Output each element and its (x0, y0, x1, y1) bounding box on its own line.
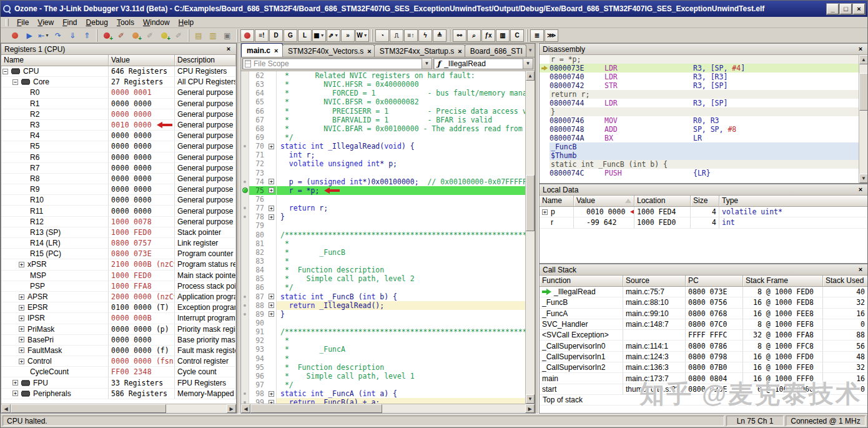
register-row[interactable]: MSP1000 FED0Main stack pointer (1, 271, 236, 281)
register-row[interactable]: +Control0000 0000 (fsn)Control register (1, 356, 236, 367)
register-row[interactable]: R00000 0001General purpose r (1, 87, 236, 98)
memory-window-button[interactable]: ▦▼ (312, 29, 326, 42)
code-line[interactable]: 76 (241, 195, 525, 204)
resume-button[interactable]: ▶ (22, 29, 36, 42)
code-line[interactable]: 72 volatile unsigned int* p; (241, 159, 525, 168)
code-area[interactable]: 62 * Related NVIC registers on hard faul… (241, 71, 525, 404)
disassembly-line[interactable]: 08000740LDRR3, [R3] (540, 72, 859, 81)
breakpoint-margin[interactable] (241, 274, 249, 283)
step-into-button[interactable]: ⇓ (66, 29, 79, 42)
breakpoint-margin[interactable] (241, 257, 249, 266)
code-line[interactable]: 64 * FORCED = 1 - bus fault/memory manag… (241, 89, 525, 97)
breakpoint-margin[interactable] (241, 301, 249, 310)
breakpoint-margin[interactable] (241, 89, 249, 97)
breakpoint-margin[interactable] (241, 124, 249, 133)
expand-icon[interactable]: + (19, 316, 24, 321)
breakpoint-margin[interactable] (241, 266, 249, 274)
call-stack-row[interactable]: <SVCall Exception>FFFF FFFC32 @ 1000 FFA… (540, 330, 867, 341)
column-header-size[interactable]: Size (691, 196, 719, 206)
local-data-window-button[interactable]: L (298, 29, 312, 42)
scroll-thumb[interactable] (11, 404, 166, 413)
disassembly-window-button[interactable]: D (269, 29, 283, 42)
expand-icon[interactable]: + (19, 294, 24, 300)
registers-panel-close-icon[interactable]: × (224, 45, 233, 54)
register-row[interactable]: CycleCountFF00 2348Cycle count (1, 367, 236, 377)
scroll-track[interactable] (11, 404, 227, 413)
tab-close-icon[interactable]: × (367, 47, 371, 55)
scroll-thumb[interactable] (859, 73, 867, 111)
chevron-down-icon[interactable]: ▼ (422, 59, 432, 69)
edit-project-button[interactable]: ▥ (206, 29, 220, 42)
breakpoint-margin[interactable] (241, 204, 249, 212)
register-row[interactable]: +FPU33 RegistersFPU Registers (1, 377, 236, 388)
disassembly-line[interactable]: 08000746MOVR0, R3 (540, 116, 859, 125)
timeline-window-button[interactable]: ◔ (375, 29, 389, 42)
register-row[interactable]: R60000 0000General purpose r (1, 152, 236, 163)
scroll-up-icon[interactable]: ▲ (526, 71, 535, 81)
breakpoint-margin[interactable] (241, 107, 249, 116)
scroll-track[interactable] (526, 81, 535, 394)
step-out-button[interactable]: ⇑ (80, 29, 94, 42)
local-data-panel-close-icon[interactable]: × (856, 186, 865, 194)
column-header-stack-used[interactable]: Stack Used (823, 276, 867, 286)
code-line[interactable]: 86 */ (241, 283, 525, 292)
registers-hscrollbar[interactable]: ◀ ▶ (1, 404, 236, 413)
code-line[interactable]: 88+ return _IllegalRead(); (241, 301, 525, 310)
register-row[interactable]: R30010 0000General purpose r (1, 120, 236, 131)
set-breakpoint-button[interactable] (100, 29, 114, 42)
tab-overflow-icon[interactable]: ▼ (526, 47, 535, 53)
scroll-up-icon[interactable]: ▲ (859, 55, 867, 64)
menu-item-view[interactable]: View (33, 17, 58, 27)
breakpoint-margin[interactable] (241, 283, 249, 292)
register-row[interactable]: +APSR2000 0000 (nzCvqApplication progra (1, 292, 236, 302)
code-line[interactable]: 84 * Function description (241, 266, 525, 274)
step-over-button[interactable]: ↷ (51, 29, 65, 42)
collapse-icon[interactable]: − (2, 69, 8, 74)
call-stack-row[interactable]: _CallSupervisorIn0main.c:114:10800 07868… (540, 341, 867, 351)
scroll-right-icon[interactable]: ▶ (227, 404, 236, 413)
expand-icon[interactable]: + (19, 359, 24, 364)
code-line[interactable]: 96 * Simple call path, level 1 (241, 372, 525, 381)
new-project-button[interactable]: ▤ (192, 29, 205, 42)
register-row[interactable]: R121000 0078General purpose r (1, 217, 236, 227)
tab-main-c[interactable]: main.c× (241, 43, 283, 57)
call-stack-row[interactable]: startthumb_crt0.s:??0800 023E0 @ 1001 00… (540, 384, 867, 395)
scroll-thumb[interactable] (526, 175, 535, 231)
register-row[interactable]: +Peripherals586 RegistersMemory-Mapped ( (1, 389, 236, 399)
register-row[interactable]: R50000 0000General purpose r (1, 141, 236, 152)
register-row[interactable]: +FaultMask0000 0000 (f)Fault mask regist… (1, 346, 236, 356)
find-symbol-button[interactable]: ⚯ (453, 29, 466, 42)
code-line[interactable]: 98+static int _FuncA (int a) { (241, 389, 525, 398)
code-line[interactable]: 91/*************************************… (241, 327, 525, 336)
scroll-right-icon[interactable]: ▶ (525, 404, 535, 413)
breakpoint-margin[interactable] (241, 389, 249, 398)
breakpoint-margin[interactable] (241, 372, 249, 381)
register-row[interactable]: R110000 0000General purpose r (1, 206, 236, 216)
variable-row[interactable]: r-99 6421000 FED04int (540, 217, 867, 228)
column-header-function[interactable]: Function (540, 276, 623, 286)
code-line[interactable]: 85 * Simple call path, level 2 (241, 274, 525, 283)
code-line[interactable]: 81 * (241, 239, 525, 248)
disassembly-line[interactable]: } (540, 107, 859, 116)
disassembly-line[interactable]: 08000748ADDSP, SP, #8 (540, 125, 859, 134)
register-row[interactable]: R40000 0000General purpose r (1, 131, 236, 141)
breakpoint-margin[interactable] (241, 327, 249, 336)
power-button[interactable] (8, 29, 22, 42)
register-row[interactable]: R15 (PC)0800 073EProgram counter (1, 249, 236, 259)
column-header-name[interactable]: Name (1, 55, 109, 66)
scroll-down-icon[interactable]: ▼ (526, 394, 535, 404)
find-button[interactable]: ⌕ (467, 29, 481, 42)
column-header-pc[interactable]: PC (686, 276, 743, 286)
code-line[interactable]: 92 * (241, 336, 525, 345)
code-line[interactable]: 95 * Function description (241, 363, 525, 372)
register-row[interactable]: R90000 0000General purpose r (1, 184, 236, 195)
save-button[interactable]: ▣ (220, 29, 234, 42)
code-line[interactable]: 90 (241, 319, 525, 327)
editor-hscrollbar[interactable]: ◀ ▶ (241, 404, 535, 413)
breakpoint-margin[interactable] (241, 151, 249, 159)
code-line[interactable]: 73 (241, 169, 525, 177)
register-row[interactable]: +xPSR2100 000B (nzCvqProgram status re (1, 259, 236, 270)
breakpoint-margin[interactable] (241, 169, 249, 177)
clear-watchpoints-button[interactable]: ✐ (172, 29, 185, 42)
code-profile-window-button[interactable]: ≜ (433, 29, 446, 42)
